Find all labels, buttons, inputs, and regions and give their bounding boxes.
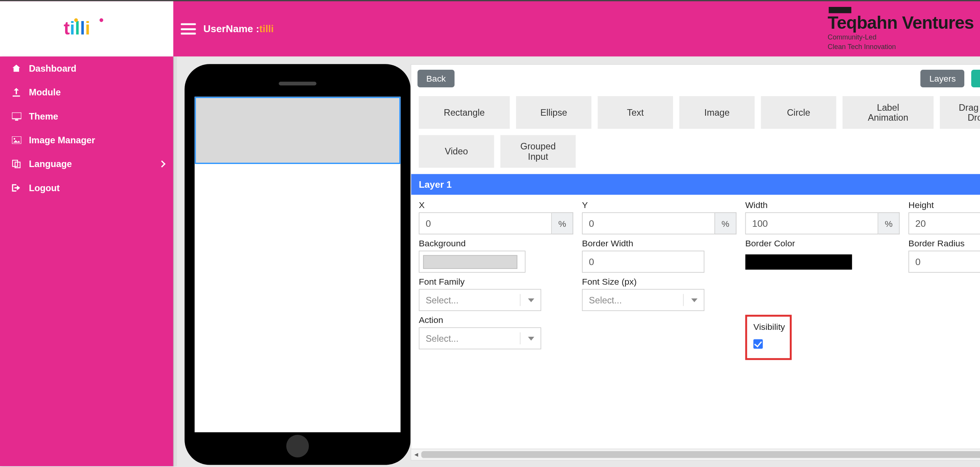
phone-speaker: [279, 82, 316, 85]
sidebar-item-label: Theme: [29, 111, 58, 121]
prop-height: Height %: [908, 200, 980, 234]
prop-label: Border Color: [745, 238, 900, 248]
prop-label: Y: [582, 200, 736, 210]
prop-width: Width %: [745, 200, 900, 234]
action-select[interactable]: Select...: [419, 327, 541, 349]
width-input[interactable]: [745, 212, 879, 234]
shape-image[interactable]: Image: [679, 96, 755, 129]
shape-palette: Rectangle Ellipse Text Image Circle Labe…: [411, 92, 980, 174]
shape-grouped-input[interactable]: Grouped Input: [500, 135, 576, 168]
main: Back Layers Preview Save Rectangle Ellip…: [177, 57, 980, 466]
prop-label: Font Family: [419, 277, 573, 287]
prop-label: Border Radius: [908, 238, 980, 248]
prop-x: X %: [419, 200, 573, 234]
svg-rect-5: [11, 136, 21, 144]
font-size-select[interactable]: Select...: [582, 289, 704, 311]
shape-text[interactable]: Text: [598, 96, 673, 129]
phone-screen[interactable]: [194, 97, 400, 433]
font-family-select[interactable]: Select...: [419, 289, 541, 311]
unit-label: %: [878, 212, 900, 234]
shape-drag-and-drop[interactable]: Drag and Drop: [940, 96, 980, 129]
prop-label: Border Width: [582, 238, 736, 248]
header: tilli UserName : tilli Teqbahn Ventures …: [0, 0, 980, 57]
brand-title: Teqbahn Ventures: [828, 14, 974, 32]
background-color-input[interactable]: [419, 251, 526, 272]
prop-label: Background: [419, 238, 573, 248]
logo: tilli: [0, 1, 173, 56]
shape-rectangle[interactable]: Rectangle: [419, 96, 510, 129]
sidebar-item-dashboard[interactable]: Dashboard: [0, 57, 173, 80]
color-swatch: [423, 255, 517, 269]
tilli-logo-icon: tilli: [62, 15, 112, 43]
sidebar-item-module[interactable]: Module: [0, 80, 173, 104]
prop-empty: [582, 315, 736, 360]
prop-label: Visibility: [753, 322, 771, 332]
monitor-icon: [11, 112, 21, 120]
shape-video[interactable]: Video: [419, 135, 494, 168]
brand-sub-1: Community-Led: [828, 33, 974, 42]
prop-border-width: Border Width: [582, 238, 736, 273]
x-input[interactable]: [419, 212, 552, 234]
prop-label: X: [419, 200, 573, 210]
select-placeholder: Select...: [426, 333, 459, 343]
prop-label: Height: [908, 200, 980, 210]
phone-preview: [185, 64, 410, 465]
chevron-down-icon: [528, 298, 534, 302]
chevron-down-icon: [691, 298, 697, 302]
y-input[interactable]: [582, 212, 715, 234]
border-width-input[interactable]: [582, 251, 704, 272]
prop-border-color: Border Color: [745, 238, 900, 273]
logout-icon: [11, 184, 21, 192]
sidebar-divider: [173, 57, 177, 466]
sidebar-item-label: Language: [29, 159, 72, 169]
home-icon: [11, 64, 21, 73]
shape-circle[interactable]: Circle: [761, 96, 836, 129]
svg-point-1: [74, 18, 78, 22]
select-placeholder: Select...: [589, 295, 622, 305]
scroll-left-icon[interactable]: ◄: [411, 449, 421, 460]
sidebar-item-image-manager[interactable]: Image Manager: [0, 128, 173, 152]
preview-button[interactable]: Preview: [971, 70, 980, 87]
select-placeholder: Select...: [426, 295, 459, 305]
language-icon: [11, 160, 21, 169]
visibility-highlight: Visibility: [745, 315, 792, 360]
horizontal-scrollbar[interactable]: ◄ ►: [411, 449, 980, 460]
layers-button[interactable]: Layers: [921, 70, 965, 87]
sidebar: Dashboard Module Theme Image Manager Lan…: [0, 57, 173, 466]
sidebar-item-logout[interactable]: Logout: [0, 176, 173, 200]
shape-label-animation[interactable]: Label Animation: [843, 96, 934, 129]
prop-visibility: Visibility: [745, 315, 900, 360]
prop-empty: [745, 277, 900, 311]
sidebar-item-theme[interactable]: Theme: [0, 104, 173, 128]
menu-icon[interactable]: [181, 23, 196, 35]
back-button[interactable]: Back: [418, 70, 455, 87]
prop-background: Background: [419, 238, 573, 273]
unit-label: %: [552, 212, 573, 234]
brand-sub-2: Clean Tech Innovation: [828, 43, 974, 51]
properties-panel: Back Layers Preview Save Rectangle Ellip…: [411, 64, 980, 460]
sidebar-item-label: Dashboard: [29, 64, 76, 74]
svg-point-6: [13, 138, 15, 139]
prop-y: Y %: [582, 200, 736, 234]
shape-ellipse[interactable]: Ellipse: [516, 96, 591, 129]
username-label: UserName :: [203, 23, 259, 35]
layer-rectangle[interactable]: [194, 97, 400, 164]
layer-header: Layer 1: [411, 174, 980, 195]
sidebar-item-label: Logout: [29, 183, 60, 193]
prop-border-radius: Border Radius: [908, 238, 980, 273]
properties-grid: X % Y % Width: [411, 195, 980, 365]
scroll-thumb[interactable]: [421, 451, 980, 458]
svg-rect-4: [15, 119, 18, 120]
sidebar-item-language[interactable]: Language: [0, 152, 173, 176]
border-color-input[interactable]: [745, 251, 868, 272]
svg-point-2: [100, 18, 103, 22]
sidebar-item-label: Image Manager: [29, 135, 95, 145]
prop-font-size: Font Size (px) Select...: [582, 277, 736, 311]
prop-font-family: Font Family Select...: [419, 277, 573, 311]
prop-label: Font Size (px): [582, 277, 736, 287]
chevron-right-icon: [158, 161, 166, 168]
visibility-checkbox[interactable]: [753, 339, 763, 349]
border-radius-input[interactable]: [908, 251, 980, 272]
height-input[interactable]: [908, 212, 980, 234]
brand: Teqbahn Ventures Community-Led Clean Tec…: [828, 1, 974, 56]
